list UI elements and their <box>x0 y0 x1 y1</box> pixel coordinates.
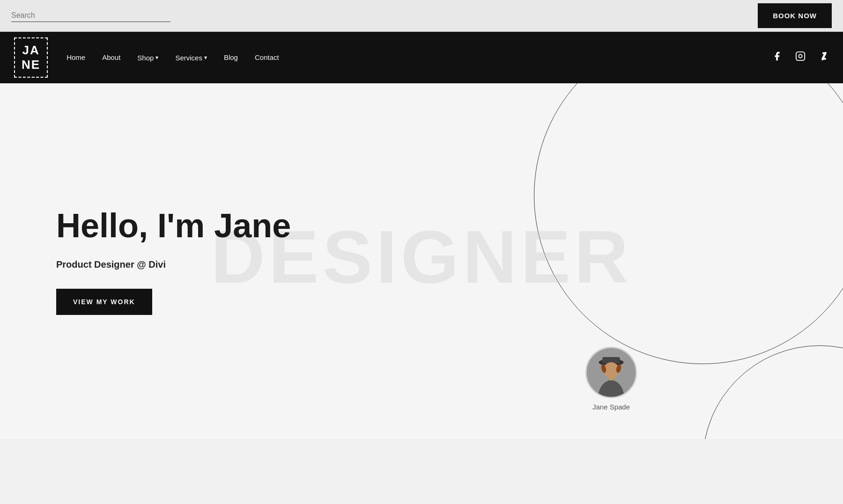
nav-link-about[interactable]: About <box>102 53 120 61</box>
nav-item-blog[interactable]: Blog <box>224 53 238 62</box>
nav-link-contact[interactable]: Contact <box>255 53 279 61</box>
nav-link-home[interactable]: Home <box>67 53 85 61</box>
nav-link-services[interactable]: Services <box>175 54 207 62</box>
site-logo[interactable]: JANE <box>14 37 48 78</box>
nav-item-home[interactable]: Home <box>67 53 85 62</box>
hero-subtitle: Product Designer @ Divi <box>56 259 291 270</box>
svg-rect-0 <box>796 52 805 60</box>
navbar: JANE Home About Shop Services Blog Conta… <box>0 32 843 83</box>
deviantart-icon[interactable] <box>819 51 829 64</box>
logo-text: JANE <box>22 43 40 72</box>
nav-link-shop[interactable]: Shop <box>137 54 158 62</box>
avatar <box>585 347 637 398</box>
top-bar: BOOK NOW <box>0 0 843 32</box>
nav-left: JANE Home About Shop Services Blog Conta… <box>14 37 279 78</box>
search-container <box>11 9 170 22</box>
nav-item-shop[interactable]: Shop <box>137 54 158 62</box>
book-now-button[interactable]: BOOK NOW <box>758 3 832 28</box>
nav-link-blog[interactable]: Blog <box>224 53 238 61</box>
instagram-icon[interactable] <box>795 51 806 64</box>
svg-rect-4 <box>602 357 620 363</box>
svg-point-8 <box>610 378 613 380</box>
avatar-container: Jane Spade <box>585 347 637 411</box>
nav-item-services[interactable]: Services <box>175 54 207 62</box>
hero-content: Hello, I'm Jane Product Designer @ Divi … <box>0 170 347 352</box>
avatar-name: Jane Spade <box>585 403 637 411</box>
hero-section: DESIGNER Hello, I'm Jane Product Designe… <box>0 83 843 439</box>
nav-item-about[interactable]: About <box>102 53 120 62</box>
social-icons <box>772 51 829 64</box>
view-work-button[interactable]: VIEW MY WORK <box>56 289 152 315</box>
facebook-icon[interactable] <box>772 51 782 64</box>
nav-links: Home About Shop Services Blog Contact <box>67 53 279 62</box>
hero-heading: Hello, I'm Jane <box>56 207 291 244</box>
search-input[interactable] <box>11 9 170 22</box>
nav-item-contact[interactable]: Contact <box>255 53 279 62</box>
